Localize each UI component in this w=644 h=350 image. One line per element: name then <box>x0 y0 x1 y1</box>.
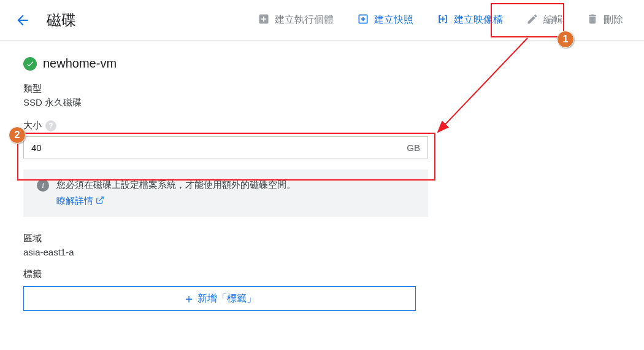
status-check-icon <box>23 57 37 71</box>
add-label-text: 新增「標籤」 <box>197 292 256 305</box>
trash-icon <box>586 13 599 28</box>
create-instance-button[interactable]: 建立執行個體 <box>258 13 334 28</box>
help-icon[interactable]: ? <box>45 120 56 131</box>
snapshot-icon <box>357 13 369 28</box>
create-snapshot-label: 建立快照 <box>374 14 413 26</box>
type-label: 類型 <box>23 83 621 95</box>
disk-name-row: newhome-vm <box>23 56 621 71</box>
pencil-icon <box>526 13 539 28</box>
delete-button[interactable]: 刪除 <box>586 13 623 28</box>
delete-label: 刪除 <box>604 14 623 26</box>
info-text: 您必須在磁碟上設定檔案系統，才能使用額外的磁碟空間。 <box>56 179 296 192</box>
annotation-badge-2: 2 <box>9 126 26 144</box>
create-snapshot-button[interactable]: 建立快照 <box>357 13 413 28</box>
learn-more-label: 瞭解詳情 <box>56 195 93 207</box>
create-instance-label: 建立執行個體 <box>275 14 334 26</box>
size-input-wrap[interactable]: GB <box>23 136 428 158</box>
content-area: newhome-vm 類型 SSD 永久磁碟 大小 ? GB i 您必須在磁碟上… <box>0 41 644 338</box>
image-icon <box>437 13 449 28</box>
zone-field: 區域 asia-east1-a <box>23 233 621 257</box>
size-field: 大小 ? GB <box>23 120 621 158</box>
info-icon: i <box>37 179 49 192</box>
toolbar: 建立執行個體 建立快照 建立映像檔 編輯 刪除 <box>113 13 629 28</box>
create-image-button[interactable]: 建立映像檔 <box>437 13 503 28</box>
page-header: 磁碟 建立執行個體 建立快照 建立映像檔 編輯 <box>0 0 644 41</box>
edit-button[interactable]: 編輯 <box>526 13 563 28</box>
size-input[interactable] <box>31 142 407 153</box>
zone-label: 區域 <box>23 233 621 244</box>
plus-icon: ＋ <box>183 290 195 307</box>
annotation-badge-1: 1 <box>557 31 574 48</box>
add-label-button[interactable]: ＋ 新增「標籤」 <box>23 286 416 311</box>
labels-field: 標籤 ＋ 新增「標籤」 <box>23 268 621 311</box>
plus-box-icon <box>258 13 270 28</box>
back-arrow-icon[interactable] <box>15 12 31 28</box>
svg-line-3 <box>99 197 103 201</box>
zone-value: asia-east1-a <box>23 247 621 257</box>
info-notice: i 您必須在磁碟上設定檔案系統，才能使用額外的磁碟空間。 瞭解詳情 <box>23 169 428 217</box>
type-field: 類型 SSD 永久磁碟 <box>23 83 621 109</box>
size-label: 大小 <box>23 120 42 131</box>
learn-more-link[interactable]: 瞭解詳情 <box>56 195 415 207</box>
disk-name: newhome-vm <box>43 56 117 71</box>
edit-label: 編輯 <box>543 14 563 26</box>
labels-label: 標籤 <box>23 268 621 280</box>
type-value: SSD 永久磁碟 <box>23 97 621 109</box>
external-link-icon <box>96 196 104 206</box>
size-unit: GB <box>407 142 420 153</box>
create-image-label: 建立映像檔 <box>454 14 503 26</box>
page-title: 磁碟 <box>47 10 76 30</box>
